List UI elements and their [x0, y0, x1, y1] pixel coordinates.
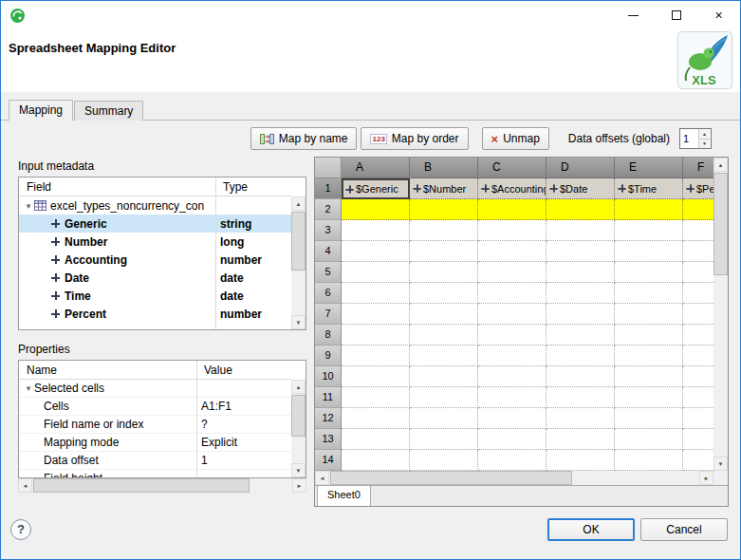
- row-header[interactable]: 5: [315, 262, 342, 283]
- row-header[interactable]: 14: [315, 450, 342, 471]
- grid-cell[interactable]: [410, 220, 478, 241]
- grid-cell[interactable]: [683, 325, 713, 345]
- grid-cell[interactable]: [615, 366, 683, 387]
- tree-collapse-icon[interactable]: ▾: [23, 383, 34, 393]
- grid-cell[interactable]: [478, 408, 546, 429]
- spinner-up-icon[interactable]: ▲: [699, 129, 710, 140]
- property-value[interactable]: 1: [196, 454, 291, 467]
- grid-cell[interactable]: [546, 429, 615, 450]
- grid-cell[interactable]: [478, 199, 546, 220]
- grid-cell[interactable]: [546, 408, 615, 429]
- property-value[interactable]: A1:F1: [196, 400, 291, 413]
- scroll-down-icon[interactable]: ▼: [291, 463, 306, 477]
- grid-cell[interactable]: [478, 304, 546, 325]
- row-header[interactable]: 11: [315, 387, 342, 408]
- row-header[interactable]: 10: [315, 366, 342, 387]
- grid-cell[interactable]: [683, 366, 713, 387]
- column-header[interactable]: D: [546, 158, 615, 178]
- grid-cell[interactable]: [546, 283, 615, 304]
- field-column-header[interactable]: Field: [19, 177, 215, 196]
- grid-cell[interactable]: [342, 199, 410, 220]
- help-button[interactable]: ?: [10, 519, 31, 540]
- grid-cell[interactable]: [410, 283, 478, 304]
- grid-cell[interactable]: [615, 199, 683, 220]
- grid-cell[interactable]: $Number: [410, 178, 478, 199]
- row-header[interactable]: 6: [315, 283, 342, 304]
- scroll-right-icon[interactable]: ►: [699, 471, 713, 485]
- grid-cell[interactable]: [683, 450, 713, 471]
- grid-cell[interactable]: [342, 366, 410, 387]
- grid-cell[interactable]: [615, 345, 683, 366]
- row-header[interactable]: 12: [315, 408, 342, 429]
- grid-cell[interactable]: [342, 283, 410, 304]
- grid-vertical-scrollbar[interactable]: ▲ ▼: [713, 158, 728, 471]
- grid-cell[interactable]: [683, 387, 713, 408]
- grid-cell[interactable]: [410, 345, 478, 366]
- properties-vertical-scrollbar[interactable]: ▲ ▼: [291, 380, 306, 477]
- grid-cell[interactable]: [615, 283, 683, 304]
- property-value[interactable]: ?: [196, 418, 291, 431]
- sheet-tab[interactable]: Sheet0: [317, 486, 371, 506]
- property-row[interactable]: Field height: [19, 470, 291, 478]
- properties-group-row[interactable]: ▾ Selected cells: [19, 380, 291, 398]
- grid-cell[interactable]: [546, 450, 615, 471]
- column-header[interactable]: A: [342, 158, 410, 178]
- map-by-order-button[interactable]: 123 Map by order: [361, 127, 468, 150]
- grid-cell[interactable]: [683, 408, 713, 429]
- grid-cell[interactable]: [342, 408, 410, 429]
- value-column-header[interactable]: Value: [196, 361, 232, 379]
- grid-cell[interactable]: [342, 429, 410, 450]
- grid-cell[interactable]: [546, 366, 615, 387]
- row-header[interactable]: 9: [315, 345, 342, 366]
- metadata-row[interactable]: Time date: [19, 287, 291, 305]
- grid-cell[interactable]: [342, 450, 410, 471]
- column-header[interactable]: F: [683, 158, 713, 178]
- column-header[interactable]: B: [410, 158, 478, 178]
- spinner-down-icon[interactable]: ▼: [699, 140, 710, 149]
- scroll-up-icon[interactable]: ▲: [291, 196, 306, 211]
- grid-cell[interactable]: [478, 241, 546, 262]
- tab-summary[interactable]: Summary: [74, 101, 143, 121]
- property-row[interactable]: Mapping mode Explicit: [19, 434, 291, 452]
- scroll-down-icon[interactable]: ▼: [291, 315, 306, 329]
- grid-cell[interactable]: [615, 241, 683, 262]
- metadata-row[interactable]: Accounting number: [19, 251, 291, 269]
- grid-cell[interactable]: [410, 325, 478, 345]
- tab-mapping[interactable]: Mapping: [9, 100, 73, 121]
- grid-cell[interactable]: [410, 199, 478, 220]
- grid-corner-cell[interactable]: [315, 158, 342, 178]
- grid-cell[interactable]: [478, 450, 546, 471]
- metadata-vertical-scrollbar[interactable]: ▲ ▼: [291, 196, 306, 329]
- cancel-button[interactable]: Cancel: [640, 518, 728, 541]
- grid-cell[interactable]: [546, 241, 615, 262]
- grid-cell[interactable]: [342, 262, 410, 283]
- metadata-row[interactable]: Percent number: [19, 305, 291, 323]
- metadata-row[interactable]: Number long: [19, 233, 291, 251]
- close-button[interactable]: ×: [697, 1, 740, 29]
- grid-cell[interactable]: [410, 408, 478, 429]
- grid-cell[interactable]: [478, 345, 546, 366]
- grid-cell[interactable]: [615, 429, 683, 450]
- grid-cell[interactable]: [615, 304, 683, 325]
- type-column-header[interactable]: Type: [215, 177, 248, 196]
- grid-cell[interactable]: [478, 429, 546, 450]
- grid-cell[interactable]: [342, 241, 410, 262]
- grid-cell[interactable]: [683, 241, 713, 262]
- grid-cell[interactable]: [410, 262, 478, 283]
- row-header[interactable]: 4: [315, 241, 342, 262]
- name-column-header[interactable]: Name: [19, 361, 196, 379]
- row-header[interactable]: 2: [315, 199, 342, 220]
- row-header[interactable]: 7: [315, 304, 342, 325]
- grid-cell[interactable]: [683, 262, 713, 283]
- grid-cell[interactable]: [546, 220, 615, 241]
- grid-cell[interactable]: [478, 262, 546, 283]
- grid-cell[interactable]: [615, 450, 683, 471]
- scroll-left-icon[interactable]: ◄: [315, 471, 329, 485]
- property-row[interactable]: Field name or index ?: [19, 416, 291, 434]
- grid-cell[interactable]: $Percent: [683, 178, 713, 199]
- grid-cell[interactable]: [615, 325, 683, 345]
- properties-horizontal-scrollbar[interactable]: ◄ ►: [18, 478, 306, 493]
- row-header[interactable]: 8: [315, 325, 342, 345]
- minimize-button[interactable]: [612, 1, 655, 29]
- grid-cell[interactable]: [478, 220, 546, 241]
